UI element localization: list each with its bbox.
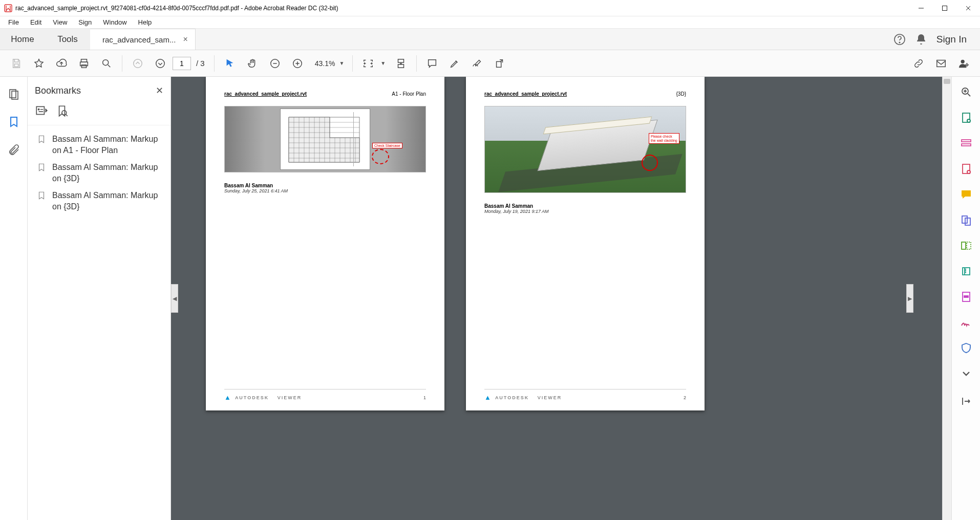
zoom-dropdown-icon[interactable]: ▼ (339, 60, 344, 66)
window-title: rac_advanced_sample_project.rvt_9f274081… (15, 5, 338, 12)
search-tool-icon[interactable] (960, 86, 972, 98)
window-close-button[interactable] (956, 0, 980, 16)
window-titlebar: rac_advanced_sample_project.rvt_9f274081… (0, 0, 980, 16)
page-number-input[interactable] (173, 57, 191, 70)
svg-rect-14 (398, 64, 404, 67)
svg-point-17 (961, 59, 965, 63)
page-author: Bassam Al Samman (224, 183, 426, 188)
page-image: Check Staircase (224, 106, 426, 172)
collapse-rail-icon[interactable] (960, 395, 972, 407)
bookmark-item[interactable]: Bassam Al Samman: Markup on {3D} (35, 187, 166, 215)
svg-rect-7 (81, 64, 86, 68)
bookmarks-icon[interactable] (8, 116, 20, 128)
share-link-icon[interactable] (908, 53, 929, 74)
svg-rect-21 (36, 106, 44, 114)
markup-callout: Check Staircase (372, 143, 402, 148)
find-icon[interactable] (96, 53, 117, 74)
organize-pages-icon[interactable] (960, 240, 972, 252)
create-pdf-icon[interactable] (960, 163, 972, 175)
sign-document-icon[interactable] (467, 53, 487, 74)
svg-rect-29 (962, 144, 971, 146)
bookmarks-panel-close[interactable]: ✕ (156, 85, 163, 96)
tab-home[interactable]: Home (0, 29, 45, 50)
page-number: 2 (684, 395, 686, 400)
menu-sign[interactable]: Sign (73, 17, 97, 28)
selection-tool-icon[interactable] (220, 53, 240, 74)
cloud-upload-icon[interactable] (51, 53, 72, 74)
svg-rect-35 (967, 242, 971, 249)
attachments-icon[interactable] (8, 143, 20, 156)
bookmark-item-icon (37, 191, 47, 212)
share-people-icon[interactable] (953, 53, 974, 74)
main-toolbar: / 3 43.1% ▼ ▼ (0, 50, 980, 77)
pdf-page: rac_advanced_sample_project.rvt A1 - Flo… (206, 77, 444, 410)
combine-files-icon[interactable] (960, 214, 972, 226)
save-icon[interactable] (6, 53, 27, 74)
notifications-icon[interactable] (915, 33, 927, 46)
app-icon (4, 4, 12, 12)
bookmarks-list: Bassam Al Samman: Markup on A1 - Floor P… (28, 125, 171, 215)
tools-panel-collapse[interactable]: ▶ (906, 284, 913, 313)
zoom-in-icon[interactable] (287, 53, 308, 74)
svg-rect-4 (14, 63, 18, 67)
thumbnails-icon[interactable] (8, 88, 20, 100)
tab-document[interactable]: rac_advanced_sam... × (90, 29, 196, 50)
fit-dropdown-icon[interactable]: ▼ (380, 60, 386, 66)
hand-tool-icon[interactable] (242, 53, 263, 74)
page-filename: rac_advanced_sample_project.rvt (224, 91, 307, 97)
rotate-icon[interactable] (489, 53, 510, 74)
bookmarks-panel: Bookmarks ✕ Bassam Al Samman: Markup on … (28, 77, 171, 520)
svg-rect-34 (962, 242, 966, 249)
bookmark-options-icon[interactable] (35, 104, 48, 118)
page-author: Bassam Al Samman (484, 203, 686, 209)
bookmark-find-icon[interactable] (55, 104, 69, 118)
window-maximize-button[interactable] (933, 0, 956, 16)
right-tools-rail (951, 77, 980, 520)
pdf-page: rac_advanced_sample_project.rvt {3D} Ple… (466, 77, 705, 410)
print-icon[interactable] (74, 53, 94, 74)
scroll-mode-icon[interactable] (391, 53, 411, 74)
bookmark-item[interactable]: Bassam Al Samman: Markup on {3D} (35, 159, 166, 187)
left-nav-rail (0, 77, 28, 520)
page-subtitle: A1 - Floor Plan (392, 91, 426, 97)
edit-pdf-icon[interactable] (960, 137, 972, 149)
menu-file[interactable]: File (3, 17, 24, 28)
menu-edit[interactable]: Edit (25, 17, 47, 28)
fill-sign-icon[interactable] (960, 316, 972, 329)
help-icon[interactable] (893, 33, 906, 46)
bookmark-item[interactable]: Bassam Al Samman: Markup on A1 - Floor P… (35, 131, 166, 159)
fit-width-icon[interactable] (358, 53, 378, 74)
export-pdf-icon[interactable] (960, 112, 972, 124)
menu-help[interactable]: Help (133, 17, 157, 28)
vertical-scrollbar[interactable] (942, 77, 951, 520)
email-icon[interactable] (931, 53, 951, 74)
redact-icon[interactable] (960, 291, 972, 303)
tab-document-close[interactable]: × (183, 35, 187, 44)
svg-rect-36 (963, 268, 970, 275)
svg-point-9 (134, 59, 142, 68)
svg-point-10 (156, 59, 165, 68)
nav-panel-collapse[interactable]: ◀ (171, 284, 178, 313)
highlight-icon[interactable] (444, 53, 465, 74)
more-tools-icon[interactable] (960, 367, 972, 380)
menu-window[interactable]: Window (98, 17, 132, 28)
comment-icon[interactable] (422, 53, 442, 74)
menu-view[interactable]: View (48, 17, 72, 28)
protect-icon[interactable] (960, 342, 972, 354)
window-minimize-button[interactable] (909, 0, 933, 16)
page-down-icon[interactable] (150, 53, 171, 74)
zoom-out-icon[interactable] (265, 53, 285, 74)
svg-point-18 (966, 63, 968, 66)
zoom-value[interactable]: 43.1% (315, 59, 335, 68)
autodesk-viewer-logo: ▲AUTODESK VIEWER (224, 394, 302, 401)
star-icon[interactable] (29, 53, 49, 74)
document-view[interactable]: ◀ rac_advanced_sample_project.rvt A1 - F… (171, 77, 951, 520)
comment-tool-icon[interactable] (960, 188, 972, 201)
svg-point-22 (38, 109, 39, 110)
markup-circle (642, 155, 658, 171)
page-up-icon[interactable] (127, 53, 148, 74)
tab-tools[interactable]: Tools (45, 29, 90, 50)
compress-pdf-icon[interactable] (960, 265, 972, 277)
sign-in-button[interactable]: Sign In (936, 34, 967, 45)
svg-rect-28 (962, 140, 971, 142)
